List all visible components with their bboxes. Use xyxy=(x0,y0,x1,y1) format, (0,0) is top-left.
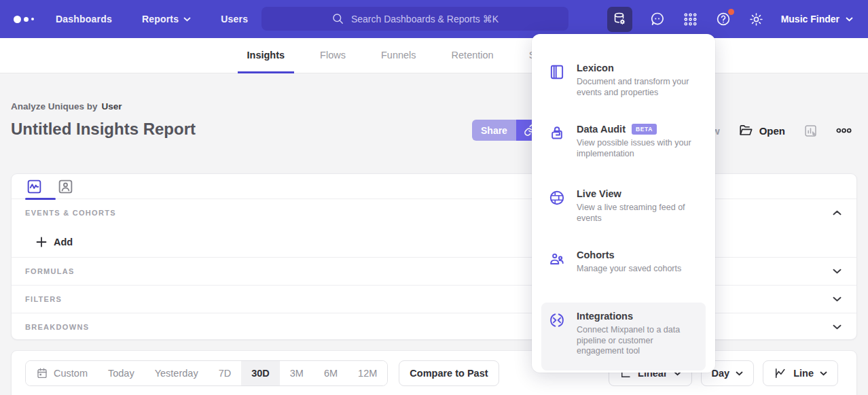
mixpanel-logo[interactable] xyxy=(14,16,34,23)
data-management-menu: Lexicon Document and transform your even… xyxy=(532,34,715,373)
search-placeholder: Search Dashboards & Reports ⌘K xyxy=(351,14,499,24)
section-filters[interactable]: FILTERS xyxy=(12,285,856,313)
section-formulas[interactable]: FORMULAS xyxy=(12,257,856,285)
tab-insights[interactable]: Insights xyxy=(238,38,295,73)
range-today[interactable]: Today xyxy=(98,361,145,385)
lexicon-icon xyxy=(548,63,566,122)
tab-retention[interactable]: Retention xyxy=(442,38,503,73)
menu-item-description: Document and transform your events and p… xyxy=(577,77,699,98)
topbar-icon-group: Music Finder xyxy=(607,0,853,38)
chevron-down-icon[interactable] xyxy=(833,269,842,274)
nav-dashboards[interactable]: Dashboards xyxy=(56,14,112,24)
menu-item-description: Manage your saved cohorts xyxy=(577,264,681,275)
chevron-down-icon xyxy=(820,371,827,376)
menu-item-live-view[interactable]: Live View View a live streaming feed of … xyxy=(541,187,706,248)
menu-item-description: Connect Mixpanel to a data pipeline or c… xyxy=(577,325,699,357)
add-event-button[interactable]: Add xyxy=(36,237,73,247)
menu-item-lexicon[interactable]: Lexicon Document and transform your even… xyxy=(541,61,706,122)
analyze-entity[interactable]: User xyxy=(102,101,122,111)
data-management-icon[interactable] xyxy=(607,7,632,32)
calendar-icon xyxy=(36,367,48,379)
share-button[interactable]: Share xyxy=(472,120,516,141)
report-title[interactable]: Untitled Insights Report xyxy=(11,120,196,139)
search-input[interactable]: Search Dashboards & Reports ⌘K xyxy=(261,7,568,31)
settings-gear-icon[interactable] xyxy=(748,12,764,27)
nav-reports[interactable]: Reports xyxy=(142,14,191,24)
beta-badge: BETA xyxy=(632,124,657,135)
menu-item-integrations[interactable]: Integrations Connect Mixpanel to a data … xyxy=(541,303,706,371)
tab-events-chart[interactable] xyxy=(25,177,43,195)
feedback-icon[interactable] xyxy=(649,11,666,27)
app-window: Dashboards Reports Users Search Dashboar… xyxy=(0,0,868,395)
section-events-cohorts[interactable]: EVENTS & COHORTS xyxy=(12,199,856,226)
events-add-row: Add xyxy=(12,226,856,257)
active-tab-underline xyxy=(25,198,56,200)
analyze-by-line: Analyze Uniques byUser xyxy=(11,101,122,111)
logo-dot xyxy=(24,17,29,22)
section-breakdowns[interactable]: BREAKDOWNS xyxy=(12,313,856,341)
more-dots-icon xyxy=(836,128,852,133)
integrations-icon xyxy=(548,311,566,371)
cohorts-icon xyxy=(548,250,566,303)
nav-users[interactable]: Users xyxy=(221,14,248,24)
range-30d[interactable]: 30D xyxy=(241,361,280,385)
builder-icon-tabs xyxy=(12,174,856,199)
chevron-down-icon[interactable] xyxy=(833,296,842,302)
menu-item-title: Cohorts xyxy=(577,250,681,260)
apps-grid-icon[interactable] xyxy=(683,12,698,27)
notification-dot xyxy=(728,9,734,15)
project-name: Music Finder xyxy=(781,14,839,24)
plus-icon xyxy=(36,237,47,247)
line-chart-icon xyxy=(774,366,787,380)
range-custom[interactable]: Custom xyxy=(26,361,98,385)
logo-dot xyxy=(31,18,34,20)
report-tabbar: Insights Flows Funnels Retention Signal … xyxy=(0,38,868,73)
chevron-down-icon xyxy=(736,371,743,376)
menu-item-description: View a live streaming feed of events xyxy=(577,203,699,224)
help-icon[interactable] xyxy=(715,11,731,27)
tab-profiles[interactable] xyxy=(56,177,74,195)
chart-type-dropdown[interactable]: Line xyxy=(763,360,838,386)
menu-item-title: Data Audit BETA xyxy=(577,124,699,135)
logo-dot xyxy=(14,16,21,23)
menu-item-title: Lexicon xyxy=(577,63,699,73)
range-3m[interactable]: 3M xyxy=(280,361,314,385)
range-7d[interactable]: 7D xyxy=(209,361,242,385)
data-audit-icon xyxy=(548,124,566,187)
profile-icon xyxy=(57,178,74,195)
range-yesterday[interactable]: Yesterday xyxy=(145,361,209,385)
chevron-up-icon[interactable] xyxy=(833,210,842,216)
menu-item-title: Integrations xyxy=(577,311,699,322)
menu-item-title: Live View xyxy=(577,188,699,199)
tab-flows[interactable]: Flows xyxy=(310,38,355,73)
chevron-down-icon xyxy=(846,17,853,22)
date-range-group: Custom Today Yesterday 7D 30D 3M 6M 12M xyxy=(25,360,388,386)
project-switcher[interactable]: Music Finder xyxy=(781,14,853,24)
insights-chart-icon xyxy=(26,178,43,195)
more-options-button[interactable] xyxy=(836,128,852,133)
query-builder-card: EVENTS & COHORTS Add FORMULAS FILTERS BR… xyxy=(11,173,857,340)
open-report-button[interactable]: Open xyxy=(738,123,785,138)
chevron-down-icon[interactable] xyxy=(833,324,842,330)
menu-item-cohorts[interactable]: Cohorts Manage your saved cohorts xyxy=(541,248,706,303)
live-view-globe-icon xyxy=(548,188,566,248)
add-to-dashboard-icon[interactable] xyxy=(803,124,818,138)
range-12m[interactable]: 12M xyxy=(348,361,387,385)
tab-funnels[interactable]: Funnels xyxy=(372,38,426,73)
analyze-prefix: Analyze Uniques by xyxy=(11,101,98,111)
compare-to-past-button[interactable]: Compare to Past xyxy=(399,360,499,386)
time-toolbar-card: Custom Today Yesterday 7D 30D 3M 6M 12M … xyxy=(11,350,857,395)
menu-item-description: View possible issues with your implement… xyxy=(577,138,699,159)
primary-nav: Dashboards Reports Users xyxy=(56,14,248,24)
folder-open-icon xyxy=(738,123,753,138)
search-icon xyxy=(331,12,344,25)
top-navigation-bar: Dashboards Reports Users Search Dashboar… xyxy=(0,0,868,38)
menu-item-data-audit[interactable]: Data Audit BETA View possible issues wit… xyxy=(541,122,706,187)
range-6m[interactable]: 6M xyxy=(314,361,348,385)
chevron-down-icon xyxy=(183,17,191,22)
